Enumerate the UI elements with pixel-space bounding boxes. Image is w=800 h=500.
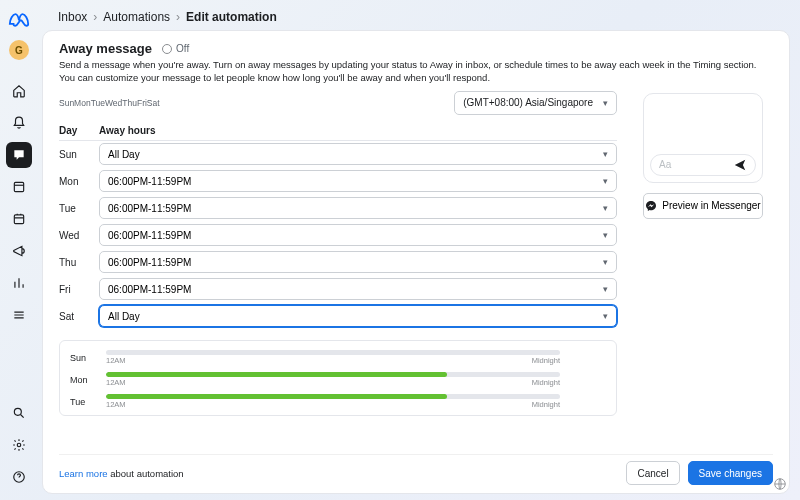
timeline-row-mon: Mon 12AMMidnight — [70, 369, 606, 391]
schedule-row-sun: Sun All Day▾ — [59, 141, 617, 168]
day-label: Mon — [59, 176, 99, 187]
hours-value: All Day — [108, 149, 140, 160]
col-hours-header: Away hours — [99, 125, 156, 136]
save-changes-button[interactable]: Save changes — [688, 461, 773, 485]
hours-value: 06:00PM-11:59PM — [108, 230, 191, 241]
chevron-down-icon: ▾ — [603, 311, 608, 321]
status-toggle[interactable]: Off — [162, 43, 189, 54]
day-label: Sat — [59, 311, 99, 322]
schedule-row-fri: Fri 06:00PM-11:59PM▾ — [59, 276, 617, 303]
chevron-down-icon: ▾ — [603, 98, 608, 108]
automation-card: Away message Off Send a message when you… — [42, 30, 790, 494]
chevron-right-icon: › — [93, 10, 97, 24]
send-icon[interactable] — [733, 158, 747, 172]
hours-select-sat[interactable]: All Day▾ — [99, 305, 617, 327]
timeline-row-sun: Sun 12AMMidnight — [70, 347, 606, 369]
chevron-down-icon: ▾ — [603, 203, 608, 213]
svg-rect-1 — [14, 215, 23, 224]
chevron-down-icon: ▾ — [603, 284, 608, 294]
timeline-end-label: Midnight — [532, 400, 560, 409]
timeline-start-label: 12AM — [106, 378, 126, 387]
schedule-header: Day Away hours — [59, 125, 617, 141]
card-title: Away message — [59, 41, 152, 56]
schedule-row-thu: Thu 06:00PM-11:59PM▾ — [59, 249, 617, 276]
home-icon[interactable] — [6, 78, 32, 104]
search-icon[interactable] — [6, 400, 32, 426]
svg-rect-0 — [14, 182, 23, 191]
status-label: Off — [176, 43, 189, 54]
learn-more-rest: about automation — [108, 468, 184, 479]
hours-select-tue[interactable]: 06:00PM-11:59PM▾ — [99, 197, 617, 219]
mini-day-labels: SunMonTueWedThuFriSat — [59, 98, 160, 108]
messenger-icon — [645, 200, 657, 212]
settings-icon[interactable] — [6, 432, 32, 458]
breadcrumb-inbox[interactable]: Inbox — [58, 10, 87, 24]
card-footer: Learn more about automation Cancel Save … — [59, 454, 773, 485]
breadcrumb-current: Edit automation — [186, 10, 277, 24]
timeline-panel: Sun 12AMMidnight Mon 12AMMidnight — [59, 340, 617, 416]
insights-icon[interactable] — [6, 270, 32, 296]
chevron-down-icon: ▾ — [603, 257, 608, 267]
timezone-value: (GMT+08:00) Asia/Singapore — [463, 97, 593, 108]
svg-point-2 — [14, 408, 21, 415]
calendar-icon[interactable] — [6, 206, 32, 232]
svg-point-3 — [17, 443, 21, 447]
day-label: Sun — [59, 149, 99, 160]
posts-icon[interactable] — [6, 174, 32, 200]
timeline-start-label: 12AM — [106, 356, 126, 365]
col-day-header: Day — [59, 125, 99, 136]
meta-logo[interactable] — [8, 8, 30, 34]
timeline-day-label: Sun — [70, 353, 98, 363]
globe-icon[interactable] — [773, 477, 787, 491]
main-column: Inbox › Automations › Edit automation Aw… — [38, 0, 800, 500]
account-avatar[interactable]: G — [9, 40, 29, 60]
left-nav-rail: G — [0, 0, 38, 500]
hours-value: All Day — [108, 311, 140, 322]
message-preview: Aa — [643, 93, 763, 183]
timeline-day-label: Tue — [70, 397, 98, 407]
timeline-day-label: Mon — [70, 375, 98, 385]
compose-placeholder[interactable]: Aa — [659, 159, 727, 170]
hours-value: 06:00PM-11:59PM — [108, 284, 191, 295]
preview-in-messenger-button[interactable]: Preview in Messenger — [643, 193, 763, 219]
timeline-end-label: Midnight — [532, 378, 560, 387]
timeline-track[interactable] — [106, 372, 560, 377]
chevron-down-icon: ▾ — [603, 149, 608, 159]
schedule-row-wed: Wed 06:00PM-11:59PM▾ — [59, 222, 617, 249]
chevron-down-icon: ▾ — [603, 230, 608, 240]
day-label: Fri — [59, 284, 99, 295]
card-description: Send a message when you're away. Turn on… — [59, 59, 773, 85]
breadcrumb: Inbox › Automations › Edit automation — [42, 6, 790, 30]
timezone-select[interactable]: (GMT+08:00) Asia/Singapore ▾ — [454, 91, 617, 115]
chevron-down-icon: ▾ — [603, 176, 608, 186]
timeline-track[interactable] — [106, 350, 560, 355]
breadcrumb-automations[interactable]: Automations — [103, 10, 170, 24]
hours-select-mon[interactable]: 06:00PM-11:59PM▾ — [99, 170, 617, 192]
timeline-row-tue: Tue 12AMMidnight — [70, 391, 606, 413]
timeline-start-label: 12AM — [106, 400, 126, 409]
inbox-icon[interactable] — [6, 142, 32, 168]
timeline-end-label: Midnight — [532, 356, 560, 365]
cancel-button[interactable]: Cancel — [626, 461, 679, 485]
day-label: Tue — [59, 203, 99, 214]
schedule-row-tue: Tue 06:00PM-11:59PM▾ — [59, 195, 617, 222]
schedule-row-sat: Sat All Day▾ — [59, 303, 617, 330]
hours-select-sun[interactable]: All Day▾ — [99, 143, 617, 165]
compose-bar: Aa — [650, 154, 756, 176]
menu-icon[interactable] — [6, 302, 32, 328]
schedule-row-mon: Mon 06:00PM-11:59PM▾ — [59, 168, 617, 195]
hours-value: 06:00PM-11:59PM — [108, 176, 191, 187]
help-icon[interactable] — [6, 464, 32, 490]
timeline-track[interactable] — [106, 394, 560, 399]
day-label: Wed — [59, 230, 99, 241]
hours-value: 06:00PM-11:59PM — [108, 257, 191, 268]
learn-more-link[interactable]: Learn more — [59, 468, 108, 479]
day-label: Thu — [59, 257, 99, 268]
hours-select-wed[interactable]: 06:00PM-11:59PM▾ — [99, 224, 617, 246]
ads-icon[interactable] — [6, 238, 32, 264]
bell-icon[interactable] — [6, 110, 32, 136]
hours-select-fri[interactable]: 06:00PM-11:59PM▾ — [99, 278, 617, 300]
hours-select-thu[interactable]: 06:00PM-11:59PM▾ — [99, 251, 617, 273]
learn-more-text: Learn more about automation — [59, 468, 184, 479]
preview-button-label: Preview in Messenger — [662, 200, 760, 211]
